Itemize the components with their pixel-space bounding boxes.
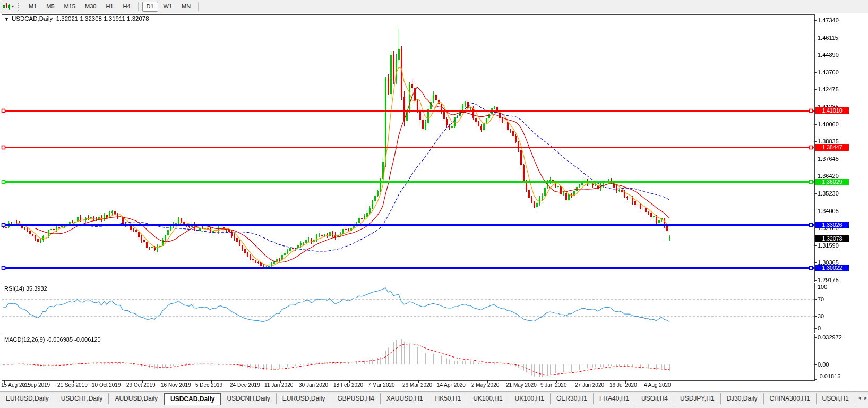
- current-price-tag: 1.32078: [815, 235, 849, 242]
- symbol-tab-usoil-17[interactable]: USOil,H1: [817, 393, 855, 404]
- price-axis-label: 1.44890: [818, 52, 839, 58]
- symbol-tab-usdcnh-4[interactable]: USDCNH,Daily: [221, 393, 276, 404]
- price-axis-label: 1.29175: [818, 277, 839, 283]
- date-axis-label: 27 Jun 2020: [575, 382, 604, 388]
- timeframe-button-h4[interactable]: H4: [118, 2, 134, 12]
- timeframe-button-h1[interactable]: H1: [101, 2, 117, 12]
- date-axis-label: 16 Jul 2020: [609, 382, 637, 388]
- date-axis-label: 21 May 2020: [506, 382, 537, 388]
- rsi-axis-label: 100: [818, 284, 827, 290]
- symbol-tab-fra40-12[interactable]: FRA40,H1: [594, 393, 635, 404]
- timeframe-button-m15[interactable]: M15: [60, 2, 80, 12]
- rsi-axis-label: 70: [818, 296, 824, 302]
- date-axis-label: 30 Jan 2020: [299, 382, 328, 388]
- price-axis-label: 1.34005: [818, 208, 839, 214]
- price-level-tag[interactable]: 1.30022: [815, 265, 849, 271]
- price-axis-label: 1.42475: [818, 86, 839, 92]
- timeframe-toolbar: ▾ M1M5M15M30H1H4D1W1MN: [0, 0, 868, 13]
- macd-axis-label: 0.00: [818, 361, 829, 368]
- chart-title: ▼USDCAD,Daily 1.32021 1.32308 1.31911 1.…: [4, 15, 149, 22]
- timeframe-button-m30[interactable]: M30: [81, 2, 100, 12]
- date-axis-label: 5 Dec 2019: [195, 382, 222, 388]
- chart-title-ohlc: 1.32021 1.32308 1.31911 1.32078: [56, 15, 149, 22]
- chart-canvas[interactable]: [0, 0, 868, 408]
- symbol-tabbar: EURUSD,DailyUSDCHF,DailyAUDUSD,DailyUSDC…: [0, 391, 868, 408]
- date-axis-label: 4 Aug 2020: [644, 382, 671, 388]
- date-axis-label: 21 Sep 2019: [57, 382, 88, 388]
- chart-title-symbol: USDCAD,Daily: [12, 15, 53, 22]
- price-axis-label: 1.37645: [818, 156, 839, 162]
- symbol-tab-dj30-15[interactable]: DJ30,Daily: [721, 393, 764, 404]
- symbol-tab-usdchf-1[interactable]: USDCHF,Daily: [55, 393, 109, 404]
- rsi-axis-label: 0: [818, 325, 821, 332]
- rsi-label: RSI(14) 35.3932: [4, 285, 47, 292]
- price-level-tag[interactable]: 1.41010: [815, 107, 849, 114]
- timeframe-button-m5[interactable]: M5: [42, 2, 58, 12]
- date-axis-label: 10 Oct 2019: [92, 382, 121, 388]
- macd-axis-label: 0.032972: [818, 334, 842, 341]
- toolbar-separator: [138, 2, 139, 11]
- date-axis-label: 2 May 2020: [471, 382, 499, 388]
- symbol-tab-hk50-8[interactable]: HK50,H1: [429, 393, 468, 404]
- toolbar-grip[interactable]: [18, 3, 21, 11]
- date-axis-label: 26 Mar 2020: [402, 382, 432, 388]
- price-level-tag[interactable]: 1.38447: [815, 144, 849, 151]
- timeframe-button-w1[interactable]: W1: [159, 2, 177, 12]
- price-level-tag[interactable]: 1.36029: [815, 178, 849, 185]
- price-axis-label: 1.43700: [818, 69, 839, 75]
- price-level-tag[interactable]: 1.33026: [815, 222, 849, 228]
- macd-label: MACD(12,26,9) -0.006985 -0.006120: [4, 336, 101, 343]
- macd-axis-label: -0.01815: [818, 373, 840, 379]
- price-axis-label: 1.35230: [818, 190, 839, 197]
- rsi-axis-label: 30: [818, 313, 824, 319]
- timeframe-button-m1[interactable]: M1: [24, 2, 41, 12]
- price-axis-label: 1.40060: [818, 121, 839, 128]
- price-axis-label: 1.46115: [818, 35, 838, 41]
- date-axis-label: 9 Jun 2020: [540, 382, 567, 388]
- symbol-tab-usoil-13[interactable]: USOil,H4: [635, 393, 674, 404]
- symbol-tab-usdjpy-14[interactable]: USDJPY,H1: [674, 393, 720, 404]
- symbol-tab-audusd-2[interactable]: AUDUSD,Daily: [109, 393, 164, 404]
- price-axis-label: 1.47340: [818, 17, 839, 23]
- symbol-tab-uk100-10[interactable]: UK100,H1: [509, 393, 551, 404]
- symbol-tab-eurusd-0[interactable]: EURUSD,Daily: [0, 393, 55, 404]
- tab-scroll-left-icon[interactable]: ◄: [857, 395, 862, 401]
- date-axis-label: 18 Feb 2020: [333, 382, 363, 388]
- candlestick-chart-icon: [2, 3, 11, 10]
- date-axis-label: 7 Mar 2020: [368, 382, 395, 388]
- date-axis-label: 24 Dec 2019: [230, 382, 260, 388]
- symbol-tab-xauusd-7[interactable]: XAUUSD,H1: [381, 393, 429, 404]
- symbol-tab-eurusd-5[interactable]: EURUSD,Daily: [277, 393, 332, 404]
- symbol-tab-uk100-9[interactable]: UK100,H1: [467, 393, 509, 404]
- date-axis-label: 11 Jan 2020: [264, 382, 293, 388]
- date-axis-label: 29 Oct 2019: [126, 382, 155, 388]
- price-axis-label: 1.31590: [818, 242, 839, 249]
- timeframe-button-d1[interactable]: D1: [142, 2, 158, 12]
- symbol-tab-gbpusd-6[interactable]: GBPUSD,H4: [331, 393, 380, 404]
- symbol-tab-china300-16[interactable]: CHINA300,H1: [764, 393, 817, 404]
- date-axis-label: 14 Apr 2020: [437, 382, 466, 388]
- symbol-tab-ger30-11[interactable]: GER30,H1: [551, 393, 594, 404]
- chart-dropdown-caret-icon[interactable]: ▼: [4, 16, 9, 22]
- chevron-down-icon: ▾: [12, 4, 14, 9]
- timeframe-button-mn[interactable]: MN: [177, 2, 195, 12]
- chart-type-button[interactable]: ▾: [0, 1, 16, 12]
- tab-scroll-right-icon[interactable]: ►: [864, 395, 868, 401]
- symbol-tab-usdcad-3[interactable]: USDCAD,Daily: [164, 393, 221, 405]
- date-axis-label: 16 Nov 2019: [161, 382, 191, 388]
- toolbar-separator: [198, 2, 199, 11]
- date-axis-label: 3 Sep 2019: [23, 382, 50, 388]
